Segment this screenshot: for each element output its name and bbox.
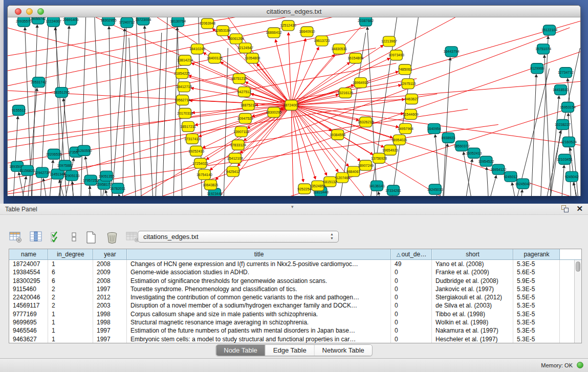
table-cell[interactable]: 5.3E-5 [513,310,560,318]
graph-node-yellow[interactable]: 18875212 [241,100,256,111]
table-cell[interactable]: 18300295 [9,277,48,285]
graph-node-yellow[interactable]: 19562714 [175,95,190,105]
table-cell[interactable]: 0 [391,310,432,318]
graph-node-hub[interactable]: 18724007 [284,100,299,111]
graph-node-yellow[interactable]: 19384554 [330,129,345,140]
graph-node-yellow[interactable]: 14957964 [398,123,413,134]
graph-node-teal[interactable]: 10238227 [555,119,571,129]
table-cell[interactable]: Investigating the contribution of common… [127,293,391,301]
graph-node-yellow[interactable]: 10947521 [237,113,253,123]
graph-node-teal[interactable]: 14136141 [369,181,385,191]
graph-node-teal[interactable]: 16782011 [110,183,126,193]
graph-node-yellow[interactable]: 18410245 [189,44,205,54]
table-cell[interactable]: 2 [48,293,93,301]
table-row[interactable]: 977716911998Corpus callosum shape and si… [9,310,574,318]
graph-node-yellow[interactable]: 19252416 [188,146,204,156]
graph-node-yellow[interactable]: 16640910 [299,27,315,37]
graph-node-teal[interactable]: 15751074 [535,44,551,54]
graph-node-teal[interactable]: 19245033 [427,184,443,194]
graph-node-teal[interactable]: 10975887 [57,160,73,170]
graph-node-teal[interactable]: 15122104 [541,25,557,35]
graph-node-yellow[interactable]: 18412715 [176,82,192,92]
graph-node-teal[interactable]: 12160524 [561,137,577,147]
graph-node-teal[interactable]: 19055742 [30,17,46,24]
graph-node-teal[interactable]: 20935570 [16,17,32,27]
table-cell[interactable]: 1 [48,335,93,343]
network-window-titlebar[interactable]: citations_edges.txt [8,6,580,17]
table-cell[interactable]: Disruption of a novel member of a sodium… [127,301,391,310]
graph-node-teal[interactable]: 14418510 [553,85,569,95]
table-cell[interactable]: 22420046 [9,293,48,301]
column-header-out_de[interactable]: △out_de… [391,249,432,259]
graph-node-yellow[interactable]: 14830531 [331,44,347,54]
table-cell[interactable]: Tourette syndrome. Phenomenology and cla… [127,285,391,293]
delete-rows-trash-icon[interactable] [105,231,119,243]
graph-node-yellow[interactable]: 18400125 [207,53,223,63]
table-cell[interactable]: 1997 [93,326,127,335]
graph-node-yellow[interactable]: 12124547 [237,43,253,53]
graph-node-yellow[interactable]: 7485063 [398,64,412,75]
table-cell[interactable]: Estimation of the future numbers of pati… [127,326,391,335]
graph-node-yellow[interactable]: 18751210 [231,74,247,84]
table-mode-icon[interactable] [9,231,23,243]
table-cell[interactable]: Franke et al. (2009) [432,268,513,276]
graph-node-teal[interactable]: 18560372 [454,141,470,151]
graph-node-yellow[interactable]: 11054808 [245,53,260,63]
table-cell[interactable]: Jankovic et al. (1997) [432,285,513,293]
table-cell[interactable]: 5.5E-5 [513,293,560,301]
select-columns-icon[interactable] [50,231,63,243]
table-cell[interactable]: Changes of HCN gene expression and I(f) … [127,260,391,268]
table-selector-dropdown[interactable]: citations_edges.txt ▲▼ [138,231,339,243]
close-panel-icon[interactable]: ✕ [576,204,583,213]
table-cell[interactable]: 2003 [93,301,127,310]
graph-node-teal[interactable]: 19245042 [515,179,531,189]
graph-node-yellow[interactable]: 16866412 [266,28,282,38]
table-cell[interactable]: 2012 [93,293,127,301]
table-cell[interactable]: 9699695 [9,318,48,326]
graph-node-yellow[interactable]: 16326213 [358,117,374,127]
table-cell[interactable]: 6 [48,277,93,285]
graph-node-yellow[interactable]: 10643821 [203,180,219,190]
graph-node-yellow[interactable]: 11544609 [403,109,419,119]
graph-node-yellow[interactable]: 16061264 [228,34,244,44]
table-cell[interactable]: Nakamura et al. (1997) [432,326,513,335]
graph-node-yellow[interactable]: 17833124 [230,140,246,150]
table-cell[interactable]: Embryonic stem cells: a model to study s… [127,335,391,343]
graph-node-teal[interactable]: 18130764 [170,17,186,27]
graph-node-yellow[interactable]: 19654923 [382,145,398,155]
table-row[interactable]: 1872400712008Changes of HCN gene express… [9,260,574,268]
table-cell[interactable]: Corpus callosum shape and size in male p… [127,310,391,318]
table-cell[interactable]: Wolkin et al. (1998) [432,318,513,326]
graph-node-teal[interactable]: 20387682 [358,17,374,26]
graph-node-yellow[interactable]: 21854225 [174,69,190,79]
table-cell[interactable]: 5.3E-5 [513,318,560,326]
graph-node-yellow[interactable]: 9463627 [405,94,419,104]
table-cell[interactable]: 19384554 [9,268,48,276]
table-cell[interactable]: 0 [391,301,432,310]
column-header-short[interactable]: short [432,249,513,259]
table-cell[interactable]: Estimation of significance thresholds fo… [127,277,391,285]
graph-node-teal[interactable]: 21260550 [76,145,92,156]
graph-node-yellow[interactable]: 9427512 [237,87,251,97]
table-cell[interactable]: 0 [391,277,432,285]
table-cell[interactable]: 9115460 [9,285,48,293]
graph-node-teal[interactable]: 10954522 [478,156,494,166]
graph-node-yellow[interactable]: 16154808 [347,53,363,63]
graph-node-yellow[interactable]: 13524851 [310,181,325,191]
column-header-in_degree[interactable]: in_degree [48,249,93,259]
table-row[interactable]: 1456911722003Disruption of a novel membe… [9,301,574,310]
table-cell[interactable]: 1 [48,310,93,318]
graph-node-yellow[interactable]: 17254021 [192,158,208,168]
graph-node-teal[interactable]: 11156823 [20,165,35,176]
graph-node-teal[interactable]: 1640954 [427,123,441,134]
table-cell[interactable]: 9465546 [9,326,48,335]
graph-node-teal[interactable]: 12734712 [558,68,574,78]
graph-node-teal[interactable]: 9245042 [565,171,579,182]
table-cell[interactable]: 9777169 [9,310,48,318]
table-row[interactable]: 946554611997Estimation of the future num… [9,326,574,335]
graph-node-yellow[interactable]: 20170318 [177,108,193,118]
table-cell[interactable]: 1 [48,318,93,326]
graph-node-teal[interactable]: 12224007 [46,17,61,27]
table-row[interactable]: 946362711997Embryonic stem cells: a mode… [9,335,574,343]
graph-node-teal[interactable]: 20531742 [31,77,47,87]
